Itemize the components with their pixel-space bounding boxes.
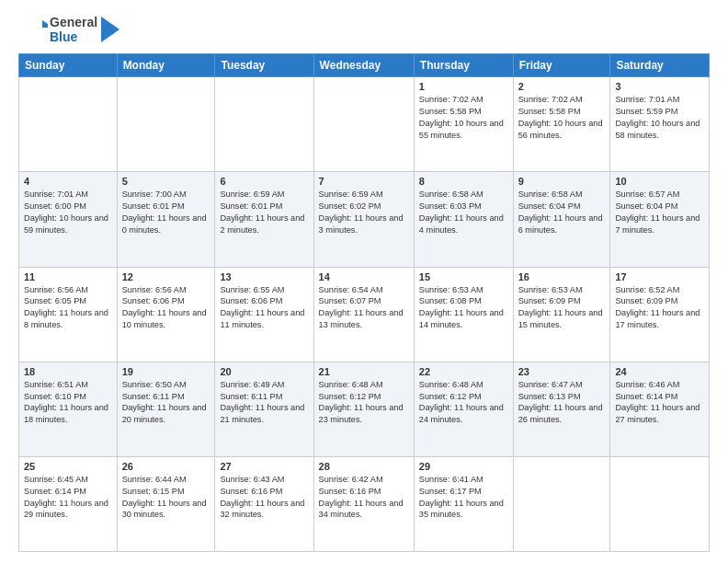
- day-number: 18: [24, 366, 112, 377]
- week-row-2: 4Sunrise: 7:01 AM Sunset: 6:00 PM Daylig…: [19, 172, 710, 267]
- svg-rect-1: [42, 24, 48, 28]
- day-cell: [313, 77, 414, 172]
- svg-marker-2: [101, 17, 119, 42]
- day-number: 22: [419, 366, 508, 377]
- day-number: 8: [419, 176, 508, 187]
- day-number: 5: [122, 176, 210, 187]
- day-info: Sunrise: 6:59 AM Sunset: 6:01 PM Dayligh…: [220, 189, 308, 236]
- logo-blue: Blue: [50, 29, 97, 44]
- day-info: Sunrise: 6:56 AM Sunset: 6:05 PM Dayligh…: [24, 284, 112, 332]
- page-header: General Blue: [18, 15, 710, 44]
- day-number: 4: [24, 176, 112, 187]
- col-header-tuesday: Tuesday: [215, 54, 313, 77]
- day-number: 15: [419, 271, 508, 282]
- day-cell: 4Sunrise: 7:01 AM Sunset: 6:00 PM Daylig…: [19, 172, 118, 267]
- day-info: Sunrise: 6:54 AM Sunset: 6:07 PM Dayligh…: [319, 284, 409, 332]
- day-cell: [19, 77, 118, 172]
- day-number: 21: [319, 366, 409, 377]
- col-header-monday: Monday: [117, 54, 215, 77]
- day-cell: [215, 77, 313, 172]
- day-number: 20: [220, 366, 308, 377]
- day-cell: 6Sunrise: 6:59 AM Sunset: 6:01 PM Daylig…: [215, 172, 313, 267]
- day-cell: 12Sunrise: 6:56 AM Sunset: 6:06 PM Dayli…: [117, 267, 215, 362]
- day-cell: 2Sunrise: 7:02 AM Sunset: 5:58 PM Daylig…: [513, 77, 610, 172]
- day-cell: 18Sunrise: 6:51 AM Sunset: 6:10 PM Dayli…: [19, 362, 118, 456]
- day-info: Sunrise: 6:51 AM Sunset: 6:10 PM Dayligh…: [24, 379, 112, 427]
- day-number: 12: [122, 271, 210, 282]
- day-cell: 20Sunrise: 6:49 AM Sunset: 6:11 PM Dayli…: [215, 362, 313, 456]
- day-number: 6: [220, 176, 308, 187]
- day-cell: 14Sunrise: 6:54 AM Sunset: 6:07 PM Dayli…: [313, 267, 414, 362]
- day-number: 29: [419, 461, 508, 472]
- day-number: 2: [518, 81, 606, 92]
- col-header-saturday: Saturday: [610, 54, 710, 77]
- day-cell: 10Sunrise: 6:57 AM Sunset: 6:04 PM Dayli…: [610, 172, 710, 267]
- week-row-5: 25Sunrise: 6:45 AM Sunset: 6:14 PM Dayli…: [19, 456, 710, 551]
- day-cell: 26Sunrise: 6:44 AM Sunset: 6:15 PM Dayli…: [117, 456, 215, 551]
- day-number: 7: [319, 176, 409, 187]
- day-info: Sunrise: 7:01 AM Sunset: 6:00 PM Dayligh…: [24, 189, 112, 236]
- day-cell: 7Sunrise: 6:59 AM Sunset: 6:02 PM Daylig…: [313, 172, 414, 267]
- day-number: 11: [24, 271, 112, 282]
- day-cell: 25Sunrise: 6:45 AM Sunset: 6:14 PM Dayli…: [19, 456, 118, 551]
- day-info: Sunrise: 6:48 AM Sunset: 6:12 PM Dayligh…: [319, 379, 409, 427]
- day-info: Sunrise: 6:53 AM Sunset: 6:09 PM Dayligh…: [518, 284, 606, 332]
- day-number: 9: [518, 176, 606, 187]
- day-number: 10: [615, 176, 704, 187]
- day-number: 28: [319, 461, 409, 472]
- day-info: Sunrise: 6:52 AM Sunset: 6:09 PM Dayligh…: [615, 284, 704, 332]
- logo: General Blue: [18, 15, 119, 44]
- day-number: 14: [319, 271, 409, 282]
- day-info: Sunrise: 6:53 AM Sunset: 6:08 PM Dayligh…: [419, 284, 508, 332]
- day-cell: [117, 77, 215, 172]
- day-cell: [610, 456, 710, 551]
- logo-general: General: [50, 15, 97, 29]
- day-number: 26: [122, 461, 210, 472]
- day-info: Sunrise: 6:48 AM Sunset: 6:12 PM Dayligh…: [419, 379, 508, 427]
- day-number: 23: [518, 366, 606, 377]
- day-info: Sunrise: 7:00 AM Sunset: 6:01 PM Dayligh…: [122, 189, 210, 236]
- day-info: Sunrise: 6:57 AM Sunset: 6:04 PM Dayligh…: [615, 189, 704, 236]
- day-info: Sunrise: 6:58 AM Sunset: 6:03 PM Dayligh…: [419, 189, 508, 236]
- day-info: Sunrise: 6:50 AM Sunset: 6:11 PM Dayligh…: [122, 379, 210, 427]
- day-info: Sunrise: 7:02 AM Sunset: 5:58 PM Dayligh…: [518, 94, 606, 142]
- logo-arrow: [101, 17, 119, 42]
- col-header-wednesday: Wednesday: [313, 54, 414, 77]
- day-number: 16: [518, 271, 606, 282]
- calendar-table: SundayMondayTuesdayWednesdayThursdayFrid…: [18, 53, 710, 552]
- day-number: 13: [220, 271, 308, 282]
- day-info: Sunrise: 6:59 AM Sunset: 6:02 PM Dayligh…: [319, 189, 409, 236]
- calendar-header-row: SundayMondayTuesdayWednesdayThursdayFrid…: [19, 54, 710, 77]
- day-cell: 9Sunrise: 6:58 AM Sunset: 6:04 PM Daylig…: [513, 172, 610, 267]
- day-number: 24: [615, 366, 704, 377]
- week-row-4: 18Sunrise: 6:51 AM Sunset: 6:10 PM Dayli…: [19, 362, 710, 456]
- day-info: Sunrise: 6:43 AM Sunset: 6:16 PM Dayligh…: [220, 474, 308, 522]
- day-info: Sunrise: 6:45 AM Sunset: 6:14 PM Dayligh…: [24, 474, 112, 522]
- day-cell: 28Sunrise: 6:42 AM Sunset: 6:16 PM Dayli…: [313, 456, 414, 551]
- day-info: Sunrise: 6:58 AM Sunset: 6:04 PM Dayligh…: [518, 189, 606, 236]
- col-header-sunday: Sunday: [19, 54, 118, 77]
- week-row-3: 11Sunrise: 6:56 AM Sunset: 6:05 PM Dayli…: [19, 267, 710, 362]
- day-number: 27: [220, 461, 308, 472]
- day-cell: 29Sunrise: 6:41 AM Sunset: 6:17 PM Dayli…: [414, 456, 513, 551]
- day-cell: [513, 456, 610, 551]
- day-info: Sunrise: 6:49 AM Sunset: 6:11 PM Dayligh…: [220, 379, 308, 427]
- day-cell: 23Sunrise: 6:47 AM Sunset: 6:13 PM Dayli…: [513, 362, 610, 456]
- day-info: Sunrise: 6:47 AM Sunset: 6:13 PM Dayligh…: [518, 379, 606, 427]
- day-cell: 21Sunrise: 6:48 AM Sunset: 6:12 PM Dayli…: [313, 362, 414, 456]
- day-number: 25: [24, 461, 112, 472]
- week-row-1: 1Sunrise: 7:02 AM Sunset: 5:58 PM Daylig…: [19, 77, 710, 172]
- logo-container: General Blue: [18, 15, 119, 44]
- col-header-thursday: Thursday: [414, 54, 513, 77]
- day-cell: 5Sunrise: 7:00 AM Sunset: 6:01 PM Daylig…: [117, 172, 215, 267]
- day-info: Sunrise: 6:44 AM Sunset: 6:15 PM Dayligh…: [122, 474, 210, 522]
- col-header-friday: Friday: [513, 54, 610, 77]
- day-cell: 27Sunrise: 6:43 AM Sunset: 6:16 PM Dayli…: [215, 456, 313, 551]
- day-number: 19: [122, 366, 210, 377]
- day-cell: 1Sunrise: 7:02 AM Sunset: 5:58 PM Daylig…: [414, 77, 513, 172]
- day-info: Sunrise: 6:56 AM Sunset: 6:06 PM Dayligh…: [122, 284, 210, 332]
- day-cell: 17Sunrise: 6:52 AM Sunset: 6:09 PM Dayli…: [610, 267, 710, 362]
- day-info: Sunrise: 7:02 AM Sunset: 5:58 PM Dayligh…: [419, 94, 508, 142]
- day-info: Sunrise: 6:46 AM Sunset: 6:14 PM Dayligh…: [615, 379, 704, 427]
- day-info: Sunrise: 6:42 AM Sunset: 6:16 PM Dayligh…: [319, 474, 409, 522]
